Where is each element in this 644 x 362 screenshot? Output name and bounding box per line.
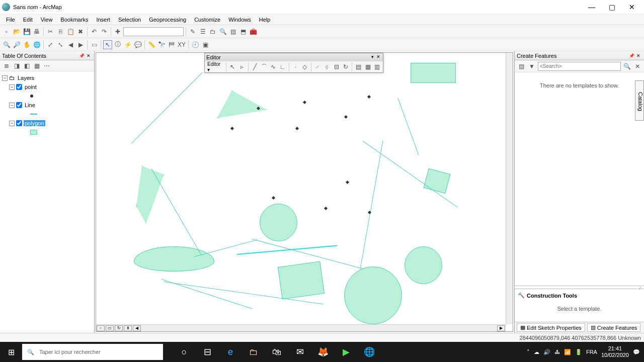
layer-checkbox[interactable] bbox=[16, 84, 22, 90]
menu-view[interactable]: View bbox=[37, 16, 57, 24]
redo-icon[interactable]: ↷ bbox=[100, 27, 109, 36]
pan-icon[interactable]: ✋ bbox=[22, 40, 31, 49]
pause-icon[interactable]: ⏸ bbox=[124, 325, 132, 331]
options-icon[interactable]: ⋯ bbox=[42, 61, 51, 70]
map-view[interactable]: Editor ▾ ✕ Editor ▾ ↖ ▹ ╱ ⌒ ∿ ∟ · bbox=[96, 52, 513, 332]
task-view-icon[interactable]: ⊟ bbox=[196, 342, 218, 362]
mail-icon[interactable]: ✉ bbox=[289, 342, 311, 362]
layer-polygon[interactable]: − polygon bbox=[2, 119, 92, 128]
clock[interactable]: 21:41 10/02/2020 bbox=[601, 345, 629, 358]
list-by-selection-icon[interactable]: ▦ bbox=[32, 61, 41, 70]
editor-toolbar[interactable]: Editor ▾ ✕ Editor ▾ ↖ ▹ ╱ ⌒ ∿ ∟ · bbox=[204, 53, 383, 73]
language-icon[interactable]: FRA bbox=[586, 349, 597, 355]
menu-customize[interactable]: Customize bbox=[190, 16, 224, 24]
delete-icon[interactable]: ✖ bbox=[76, 27, 85, 36]
layer-point[interactable]: − point bbox=[2, 82, 92, 92]
cut-polygons-icon[interactable]: ⎀ bbox=[323, 62, 332, 71]
sketch-props-icon[interactable]: ▦ bbox=[364, 62, 372, 71]
print-icon[interactable]: 🖶 bbox=[32, 27, 41, 36]
edit-vertices-icon[interactable]: ◇ bbox=[301, 62, 309, 71]
paste-icon[interactable]: 📋 bbox=[66, 27, 75, 36]
firefox-icon[interactable]: 🦊 bbox=[312, 342, 334, 362]
measure-icon[interactable]: 📏 bbox=[147, 40, 156, 49]
scale-input[interactable] bbox=[123, 27, 184, 36]
symbol-line[interactable] bbox=[2, 110, 92, 119]
symbol-polygon[interactable] bbox=[2, 128, 92, 137]
zoom-in-icon[interactable]: 🔍 bbox=[2, 40, 11, 49]
point-icon[interactable]: · bbox=[291, 62, 300, 71]
cut-icon[interactable]: ✂ bbox=[46, 27, 55, 36]
new-icon[interactable]: ▫ bbox=[2, 27, 11, 36]
add-data-icon[interactable]: ✚ bbox=[113, 27, 122, 36]
clear-search-icon[interactable]: ✕ bbox=[633, 62, 642, 71]
close-button[interactable]: ✕ bbox=[622, 1, 642, 13]
app-icon[interactable]: ▶ bbox=[335, 342, 357, 362]
editor-menu[interactable]: Editor ▾ bbox=[206, 61, 224, 72]
catalog-icon[interactable]: 🗀 bbox=[208, 27, 217, 36]
toc-icon[interactable]: ☰ bbox=[198, 27, 207, 36]
data-view-icon[interactable]: ▫ bbox=[97, 325, 105, 331]
find-route-icon[interactable]: ⛿ bbox=[167, 40, 176, 49]
battery-icon[interactable]: 🔋 bbox=[575, 349, 582, 355]
full-extent-icon[interactable]: 🌐 bbox=[32, 40, 41, 49]
select-icon[interactable]: ▭ bbox=[90, 40, 99, 49]
volume-icon[interactable]: 🔊 bbox=[543, 349, 550, 355]
right-angle-icon[interactable]: ∟ bbox=[279, 62, 287, 71]
layout-view-icon[interactable]: ▭ bbox=[106, 325, 114, 331]
scroll-right-icon[interactable]: ▶ bbox=[497, 325, 505, 331]
toolbox-icon[interactable]: 🧰 bbox=[249, 27, 258, 36]
identify-icon[interactable]: ⓘ bbox=[113, 40, 122, 49]
menu-selection[interactable]: Selection bbox=[114, 16, 145, 24]
edit-annotation-icon[interactable]: ▹ bbox=[237, 62, 246, 71]
scroll-left-icon[interactable]: ◀ bbox=[133, 325, 141, 331]
toolbar-close-icon[interactable]: ✕ bbox=[375, 54, 381, 60]
time-slider-icon[interactable]: 🕘 bbox=[191, 40, 200, 49]
expand-icon[interactable]: − bbox=[9, 103, 15, 108]
model-icon[interactable]: ⬒ bbox=[238, 27, 248, 36]
organize-templates-icon[interactable]: ▤ bbox=[517, 62, 526, 71]
menu-windows[interactable]: Windows bbox=[224, 16, 255, 24]
edge-icon[interactable]: e bbox=[219, 342, 242, 362]
catalog-sidetab[interactable]: Catalog bbox=[635, 80, 644, 121]
html-popup-icon[interactable]: 💬 bbox=[133, 40, 142, 49]
edit-tool-icon[interactable]: ↖ bbox=[228, 62, 237, 71]
attributes-icon[interactable]: ▤ bbox=[354, 62, 363, 71]
network-icon[interactable]: 🖧 bbox=[554, 349, 560, 355]
menu-insert[interactable]: Insert bbox=[92, 16, 114, 24]
copy-icon[interactable]: ⎘ bbox=[56, 27, 65, 36]
create-features-icon[interactable]: ▥ bbox=[373, 62, 382, 71]
pin-icon[interactable]: 📌 bbox=[78, 52, 85, 59]
rotate-icon[interactable]: ↻ bbox=[342, 62, 350, 71]
save-icon[interactable]: 💾 bbox=[22, 27, 31, 36]
menu-bookmarks[interactable]: Bookmarks bbox=[56, 16, 92, 24]
end-point-arc-icon[interactable]: ⌒ bbox=[260, 62, 268, 71]
list-by-source-icon[interactable]: ◨ bbox=[12, 61, 21, 70]
taskbar-search[interactable]: 🔍 Taper ici pour rechercher bbox=[22, 344, 163, 360]
start-button[interactable]: ⊞ bbox=[0, 342, 22, 362]
menu-file[interactable]: File bbox=[2, 16, 19, 24]
create-viewer-icon[interactable]: ▣ bbox=[201, 40, 210, 49]
fixed-zoom-in-icon[interactable]: ⤢ bbox=[46, 40, 55, 49]
expand-icon[interactable]: − bbox=[9, 121, 15, 126]
cortana-icon[interactable]: ○ bbox=[173, 342, 195, 362]
tab-create-features[interactable]: ▥Create Features bbox=[587, 323, 640, 332]
expand-icon[interactable]: − bbox=[2, 75, 8, 81]
close-panel-icon[interactable]: ✕ bbox=[85, 52, 92, 59]
find-icon[interactable]: 🔭 bbox=[157, 40, 166, 49]
layer-checkbox[interactable] bbox=[16, 120, 22, 126]
onedrive-icon[interactable]: ☁ bbox=[534, 349, 539, 355]
list-by-drawing-icon[interactable]: ≣ bbox=[2, 61, 11, 70]
search-icon[interactable]: 🔍 bbox=[218, 27, 227, 36]
list-by-visibility-icon[interactable]: ◧ bbox=[22, 61, 31, 70]
select-elements-icon[interactable]: ↖ bbox=[103, 40, 112, 49]
layer-line[interactable]: − Line bbox=[2, 101, 92, 110]
filter-icon[interactable]: ▼ bbox=[527, 62, 536, 71]
menu-geoprocessing[interactable]: Geoprocessing bbox=[145, 16, 190, 24]
template-search-input[interactable] bbox=[538, 62, 621, 71]
back-icon[interactable]: ◀ bbox=[66, 40, 75, 49]
arcmap-taskbar-icon[interactable]: 🌐 bbox=[358, 342, 380, 362]
fixed-zoom-out-icon[interactable]: ⤡ bbox=[56, 40, 65, 49]
tray-chevron-icon[interactable]: ˄ bbox=[527, 349, 530, 355]
undo-icon[interactable]: ↶ bbox=[90, 27, 99, 36]
store-icon[interactable]: 🛍 bbox=[266, 342, 288, 362]
